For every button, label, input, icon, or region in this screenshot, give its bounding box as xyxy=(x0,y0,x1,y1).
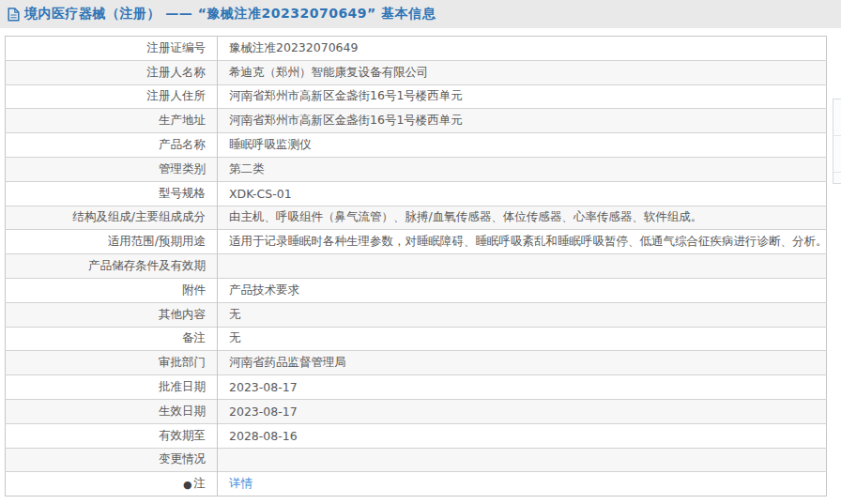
row-label: 有效期至 xyxy=(6,423,218,448)
row-value: 第二类 xyxy=(218,157,827,181)
table-row: 管理类别第二类 xyxy=(6,157,827,181)
table-row: 结构及组成/主要组成成分由主机、呼吸组件（鼻气流管）、脉搏/血氧传感器、体位传感… xyxy=(6,206,827,230)
row-label: 其他内容 xyxy=(6,302,218,327)
row-value xyxy=(218,254,827,279)
row-label: 注册证编号 xyxy=(6,37,218,61)
right-cutoff-panel-divider xyxy=(833,172,841,173)
row-value-text: 河南省郑州市高新区金盏街16号1号楼西单元 xyxy=(229,113,463,127)
row-value: 豫械注准20232070649 xyxy=(218,37,827,61)
row-value: 产品技术要求 xyxy=(218,278,827,302)
row-label: 附件 xyxy=(6,278,218,302)
row-label: 注册人住所 xyxy=(6,84,218,109)
row-value-text: 无 xyxy=(229,307,241,321)
table-row: 附件产品技术要求 xyxy=(6,278,827,302)
row-value: 河南省药品监督管理局 xyxy=(218,351,827,375)
row-label: 产品名称 xyxy=(6,133,218,158)
row-label: 备注 xyxy=(6,327,218,351)
table-row: 批准日期2023-08-17 xyxy=(6,375,827,400)
table-row: 备注无 xyxy=(6,327,827,351)
table-row: 注册人住所河南省郑州市高新区金盏街16号1号楼西单元 xyxy=(6,84,827,109)
row-label: 适用范围/预期用途 xyxy=(6,230,218,254)
table-row: 型号规格XDK-CS-01 xyxy=(6,181,827,206)
row-label-text: 生产地址 xyxy=(159,113,206,127)
row-label-text: 变更情况 xyxy=(159,451,206,466)
row-label: ●注 xyxy=(6,472,218,496)
row-value-text: 睡眠呼吸监测仪 xyxy=(229,137,312,151)
table-row: 有效期至2028-08-16 xyxy=(6,423,827,448)
table-row: 注册人名称希迪克（郑州）智能康复设备有限公司 xyxy=(6,60,827,84)
row-value: 详情 xyxy=(218,472,827,496)
row-label-text: 适用范围/预期用途 xyxy=(108,234,206,248)
row-value-text: 产品技术要求 xyxy=(229,283,299,297)
row-label: 审批部门 xyxy=(6,351,218,375)
row-value: 无 xyxy=(218,302,827,327)
row-label-text: 注册人住所 xyxy=(147,88,206,102)
row-label: 结构及组成/主要组成成分 xyxy=(6,206,218,230)
row-label-text: 批准日期 xyxy=(159,379,206,393)
row-label: 生效日期 xyxy=(6,399,218,423)
row-value: XDK-CS-01 xyxy=(218,181,827,206)
row-value: 适用于记录睡眠时各种生理参数，对睡眠障碍、睡眠呼吸紊乱和睡眠呼吸暂停、低通气综合… xyxy=(218,230,827,254)
row-label-text: 附件 xyxy=(182,283,206,297)
row-label: 型号规格 xyxy=(6,181,218,206)
row-label-text: 产品储存条件及有效期 xyxy=(88,258,206,272)
row-label: 生产地址 xyxy=(6,109,218,133)
document-icon xyxy=(8,8,20,22)
row-value-text: 希迪克（郑州）智能康复设备有限公司 xyxy=(229,65,429,79)
row-value-text: 2023-08-17 xyxy=(229,380,298,394)
row-value-text: 适用于记录睡眠时各种生理参数，对睡眠障碍、睡眠呼吸紊乱和睡眠呼吸暂停、低通气综合… xyxy=(229,234,827,248)
row-label-text: 结构及组成/主要组成成分 xyxy=(72,209,206,223)
row-label-text: 注 xyxy=(194,476,206,490)
row-label: 变更情况 xyxy=(6,448,218,472)
page-title: 境内医疗器械（注册） —— “豫械注准20232070649” 基本信息 xyxy=(24,6,436,23)
table-row: 产品名称睡眠呼吸监测仪 xyxy=(6,133,827,158)
table-row: 生效日期2023-08-17 xyxy=(6,399,827,423)
row-label-text: 管理类别 xyxy=(159,161,206,176)
row-label-text: 注册证编号 xyxy=(147,40,206,54)
row-value-text: 由主机、呼吸组件（鼻气流管）、脉搏/血氧传感器、体位传感器、心率传感器、软件组成… xyxy=(229,209,702,223)
row-value xyxy=(218,448,827,472)
row-value-text: 豫械注准20232070649 xyxy=(229,40,358,54)
row-label-text: 有效期至 xyxy=(159,428,206,442)
row-value-text: 第二类 xyxy=(229,161,265,176)
registration-info-table: 注册证编号豫械注准20232070649注册人名称希迪克（郑州）智能康复设备有限… xyxy=(5,36,827,496)
table-row: 适用范围/预期用途适用于记录睡眠时各种生理参数，对睡眠障碍、睡眠呼吸紊乱和睡眠呼… xyxy=(6,230,827,254)
row-label-text: 审批部门 xyxy=(159,355,206,369)
row-value-text: 河南省郑州市高新区金盏街16号1号楼西单元 xyxy=(229,88,463,102)
right-cutoff-panel-divider xyxy=(833,135,841,136)
page-header: 境内医疗器械（注册） —— “豫械注准20232070649” 基本信息 xyxy=(0,0,841,28)
row-value: 睡眠呼吸监测仪 xyxy=(218,133,827,158)
table-row: 生产地址河南省郑州市高新区金盏街16号1号楼西单元 xyxy=(6,109,827,133)
row-value: 无 xyxy=(218,327,827,351)
row-value: 2028-08-16 xyxy=(218,423,827,448)
table-row: 变更情况 xyxy=(6,448,827,472)
row-value: 河南省郑州市高新区金盏街16号1号楼西单元 xyxy=(218,109,827,133)
row-value-text: 无 xyxy=(229,330,241,344)
right-cutoff-panel xyxy=(833,99,841,184)
row-label-text: 备注 xyxy=(182,330,206,344)
row-label: 产品储存条件及有效期 xyxy=(6,254,218,279)
row-label-text: 其他内容 xyxy=(159,307,206,321)
row-value: 2023-08-17 xyxy=(218,375,827,400)
row-value-text: 河南省药品监督管理局 xyxy=(229,355,346,369)
row-label: 注册人名称 xyxy=(6,60,218,84)
table-row: 产品储存条件及有效期 xyxy=(6,254,827,279)
row-label-text: 型号规格 xyxy=(159,186,206,200)
row-value: 2023-08-17 xyxy=(218,399,827,423)
row-value-text: XDK-CS-01 xyxy=(229,187,292,201)
row-label-text: 产品名称 xyxy=(159,137,206,151)
details-link[interactable]: 详情 xyxy=(229,476,252,490)
row-value: 河南省郑州市高新区金盏街16号1号楼西单元 xyxy=(218,84,827,109)
note-icon: ● xyxy=(183,479,192,491)
row-value: 由主机、呼吸组件（鼻气流管）、脉搏/血氧传感器、体位传感器、心率传感器、软件组成… xyxy=(218,206,827,230)
row-label-text: 生效日期 xyxy=(159,404,206,418)
table-row: 审批部门河南省药品监督管理局 xyxy=(6,351,827,375)
table-row: 其他内容无 xyxy=(6,302,827,327)
row-value-text: 2023-08-17 xyxy=(229,405,298,419)
table-row: 注册证编号豫械注准20232070649 xyxy=(6,37,827,61)
row-label: 管理类别 xyxy=(6,157,218,181)
row-value-text: 2028-08-16 xyxy=(229,429,298,443)
row-value: 希迪克（郑州）智能康复设备有限公司 xyxy=(218,60,827,84)
table-row: ●注详情 xyxy=(6,472,827,496)
registration-info-table-body: 注册证编号豫械注准20232070649注册人名称希迪克（郑州）智能康复设备有限… xyxy=(6,37,827,496)
